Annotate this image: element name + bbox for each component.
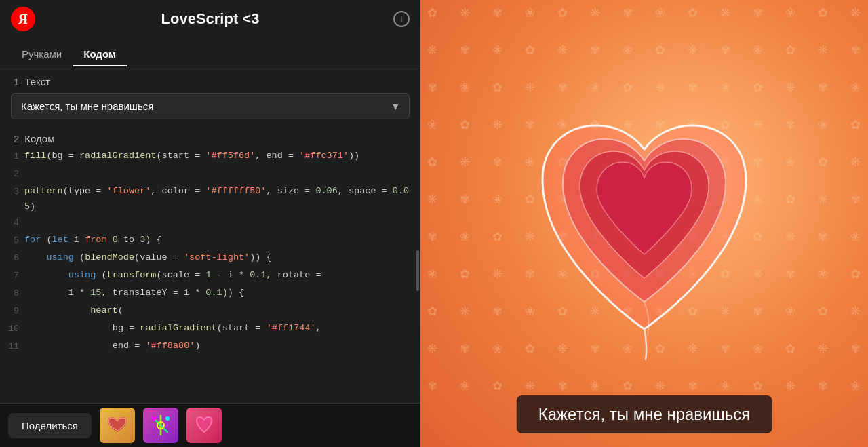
line-number: 4: [0, 215, 24, 231]
line-content: i * 15, translateY = i * 0.1)) {: [24, 286, 420, 301]
line-number: 3: [0, 184, 24, 200]
code-line: 7 using (transform(scale = 1 - i * 0.1, …: [0, 268, 420, 286]
line-content: using (blendMode(value = 'soft-light')) …: [24, 250, 420, 266]
code-editor[interactable]: 1fill(bg = radialGradient(start = '#ff5f…: [0, 149, 420, 403]
dropdown-wrapper: Кажется, ты мне нравишься Я тебя люблю Т…: [11, 93, 410, 119]
tab-bar: Ручками Кодом: [0, 38, 420, 66]
code-line: 1fill(bg = radialGradient(start = '#ff5f…: [0, 149, 420, 166]
section2-title: Кодом: [24, 133, 54, 144]
section1-label: 1 Текст: [0, 66, 420, 93]
svg-point-4: [165, 416, 170, 421]
line-content: heart(: [24, 303, 420, 319]
tab-code[interactable]: Кодом: [73, 43, 127, 66]
code-line: 2: [0, 166, 420, 184]
code-line: 9 heart(: [0, 303, 420, 321]
line-content: [24, 215, 420, 231]
text-dropdown-container: Кажется, ты мне нравишься Я тебя люблю Т…: [0, 93, 420, 128]
app-title: LoveScript <3: [161, 10, 260, 28]
code-line: 3pattern(type = 'flower', color = '#ffff…: [0, 184, 420, 215]
section1-title: Текст: [24, 76, 50, 88]
preview-content: Кажется, ты мне нравишься: [420, 0, 868, 447]
right-panel: ✿❋✾❀✿❋✾❀✿❋✾❀✿❋❋✾❀✿❋✾❀✿❋✾❀✿❋✾✾❀✿❋✾❀✿❋✾❀✿❋…: [420, 0, 868, 447]
line-content: fill(bg = radialGradient(start = '#ff5f6…: [24, 149, 420, 164]
line-number: 6: [0, 250, 24, 267]
line-content: end = '#ff8a80'): [24, 338, 420, 354]
line-content: bg = radialGradient(start = '#ff1744',: [24, 321, 420, 336]
scroll-indicator[interactable]: [416, 250, 419, 291]
tab-manual[interactable]: Ручками: [11, 43, 73, 66]
line-number: 9: [0, 303, 24, 319]
code-line: 11 end = '#ff8a80'): [0, 338, 420, 356]
line-content: [24, 166, 420, 182]
section2-label: 2 Кодом: [0, 128, 420, 149]
bottom-bar: Поделиться: [0, 403, 420, 447]
code-line: 6 using (blendMode(value = 'soft-light')…: [0, 250, 420, 268]
header: Я LoveScript <3 i: [0, 0, 420, 38]
line-number: 7: [0, 268, 24, 284]
template-thumb-2[interactable]: [143, 408, 178, 443]
preview-caption: Кажется, ты мне нравишься: [517, 395, 772, 433]
section1-num: 1: [14, 76, 19, 88]
template-thumb-1[interactable]: [100, 408, 135, 443]
left-panel: Я LoveScript <3 i Ручками Кодом 1 Текст …: [0, 0, 420, 447]
text-select[interactable]: Кажется, ты мне нравишься Я тебя люблю Т…: [11, 93, 410, 119]
template-thumb-3[interactable]: [186, 408, 222, 443]
section2-num: 2: [14, 133, 19, 144]
yandex-logo: Я: [11, 7, 35, 31]
info-icon[interactable]: i: [393, 11, 410, 27]
line-content: for (let i from 0 to 3) {: [24, 233, 420, 248]
code-line: 5for (let i from 0 to 3) {: [0, 233, 420, 250]
line-number: 5: [0, 233, 24, 249]
svg-point-3: [152, 416, 156, 421]
line-content: using (transform(scale = 1 - i * 0.1, ro…: [24, 268, 420, 284]
code-line: 8 i * 15, translateY = i * 0.1)) {: [0, 286, 420, 303]
line-number: 2: [0, 166, 24, 182]
line-number: 8: [0, 286, 24, 302]
line-number: 11: [0, 338, 24, 355]
line-number: 10: [0, 321, 24, 337]
code-line: 10 bg = radialGradient(start = '#ff1744'…: [0, 321, 420, 338]
line-number: 1: [0, 149, 24, 165]
hearts-svg: [502, 78, 787, 370]
line-content: pattern(type = 'flower', color = '#fffff…: [24, 184, 420, 215]
code-line: 4: [0, 215, 420, 233]
share-button[interactable]: Поделиться: [8, 413, 92, 438]
